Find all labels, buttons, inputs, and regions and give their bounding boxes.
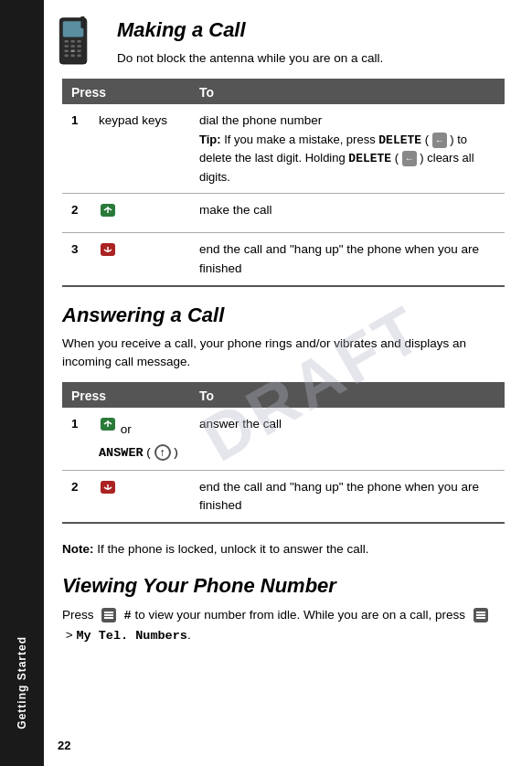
svg-rect-7 [77, 45, 80, 48]
table-row: 2 end the call and "hang up" the phone w… [62, 470, 505, 523]
answer-step2-action: end the call and "hang up" the phone whe… [190, 470, 505, 523]
making-a-call-title: Making a Call [117, 18, 505, 42]
svg-rect-13 [77, 55, 80, 58]
viewing-phone-number-body: Press # to view your number from idle. W… [62, 605, 505, 646]
answer-step1-action: answer the call [190, 408, 505, 470]
making-a-call-intro: Do not block the antenna while you are o… [117, 49, 505, 68]
step3-action: end the call and "hang up" the phone whe… [190, 233, 505, 286]
table2-to-header: To [190, 383, 505, 408]
svg-rect-11 [65, 55, 69, 58]
table2-press-header: Press [62, 383, 190, 408]
svg-rect-14 [81, 16, 84, 28]
making-a-call-table: Press To 1 keypad keys dial the phone nu… [62, 79, 505, 287]
menu-icon1 [101, 607, 117, 623]
table-row: 1 or ANSWER ( ↑ [62, 408, 505, 470]
svg-rect-24 [104, 612, 113, 613]
svg-rect-2 [65, 40, 69, 43]
page-number: 22 [58, 739, 70, 752]
svg-rect-10 [77, 49, 80, 52]
answering-a-call-intro: When you receive a call, your phone ring… [62, 335, 505, 372]
step1-num: 1 [62, 104, 90, 193]
note-body: If the phone is locked, unlock it to ans… [97, 542, 368, 556]
svg-rect-6 [70, 45, 74, 48]
answer-step1-press: or ANSWER ( ↑ ) [90, 408, 190, 470]
main-content: Making a Call Do not block the antenna w… [44, 0, 532, 766]
answer-step2-num: 2 [62, 470, 90, 523]
end-call-icon [99, 240, 117, 259]
table-row: 3 end the call and "hang up" the phone w… [62, 233, 505, 286]
sidebar-label: Getting Started [16, 636, 28, 729]
svg-rect-28 [476, 612, 485, 613]
answer-circle-icon: ↑ [154, 444, 171, 461]
menu-icon2 [473, 607, 489, 623]
viewing-phone-number-title: Viewing Your Phone Number [62, 574, 505, 598]
svg-rect-12 [70, 55, 74, 58]
answering-a-call-title: Answering a Call [62, 303, 505, 327]
delete-icon: ← [432, 133, 447, 148]
table1-to-header: To [190, 80, 505, 104]
svg-rect-5 [65, 45, 69, 48]
step1-action: dial the phone number Tip: If you make a… [190, 104, 505, 193]
svg-rect-29 [476, 614, 485, 616]
table-row: 2 make the call [62, 194, 505, 233]
step2-press [90, 194, 190, 233]
send-call-icon2 [99, 415, 117, 433]
svg-rect-3 [70, 40, 74, 43]
step3-num: 3 [62, 233, 90, 286]
send-call-icon [99, 201, 117, 219]
answering-a-call-table: Press To 1 or [62, 382, 505, 524]
answer-step2-press [90, 470, 190, 523]
svg-rect-9 [70, 49, 74, 52]
step3-press [90, 233, 190, 286]
svg-rect-26 [104, 617, 113, 619]
svg-rect-8 [65, 49, 69, 52]
sidebar: Getting Started [0, 0, 44, 766]
svg-rect-1 [63, 21, 84, 37]
answer-step1-num: 1 [62, 408, 90, 470]
step2-action: make the call [190, 194, 505, 233]
svg-rect-25 [104, 614, 113, 616]
step2-num: 2 [62, 194, 90, 233]
step1-press: keypad keys [90, 104, 190, 193]
phone-illustration [53, 16, 99, 71]
end-call-icon2 [99, 478, 117, 496]
table-row: 1 keypad keys dial the phone number Tip:… [62, 104, 505, 193]
answering-note: Note: If the phone is locked, unlock it … [62, 540, 505, 559]
table1-press-header: Press [62, 80, 190, 104]
delete-hold-icon: ← [402, 151, 417, 166]
svg-rect-30 [476, 617, 485, 619]
note-label: Note: [62, 542, 94, 556]
svg-rect-4 [77, 40, 80, 43]
